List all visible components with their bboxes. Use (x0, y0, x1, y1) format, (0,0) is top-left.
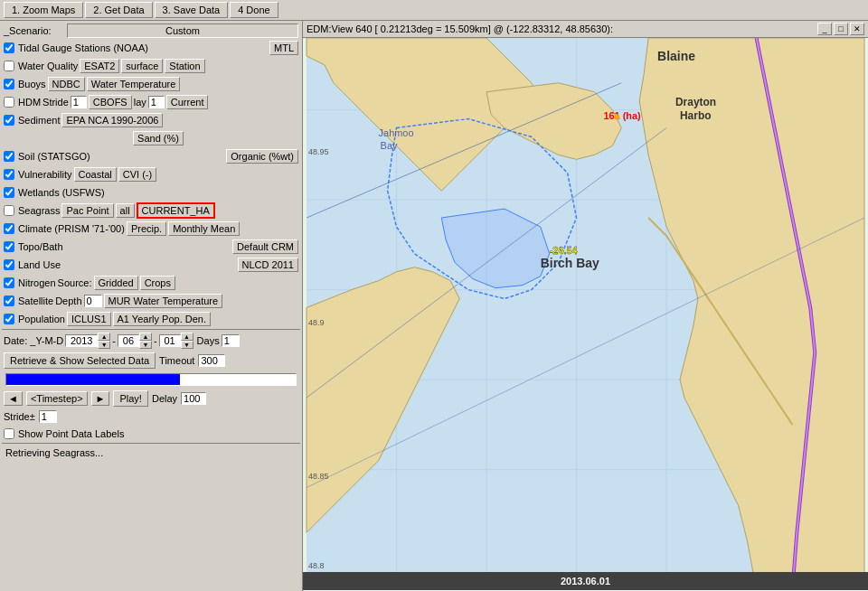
sediment-epa-btn[interactable]: EPA NCA 1990-2006 (61, 113, 163, 127)
hdm-checkbox[interactable] (4, 97, 14, 108)
play-btn[interactable]: Play! (113, 390, 147, 407)
soil-label: Soil (STATSGO) (18, 151, 90, 162)
month-down-btn[interactable]: ▼ (139, 341, 152, 349)
seagrass-checkbox[interactable] (4, 205, 14, 216)
show-labels-checkbox[interactable] (4, 428, 14, 439)
buoys-watertemp-btn[interactable]: Water Temperature (87, 77, 181, 91)
year-up-btn[interactable]: ▲ (98, 333, 110, 341)
year-down-btn[interactable]: ▼ (98, 341, 110, 349)
save-data-btn[interactable]: 3. Save Data (155, 2, 229, 18)
hdm-lay-label: lay (134, 97, 146, 108)
month-spinner-btns: ▲ ▼ (139, 333, 152, 349)
svg-text:Birch Bay: Birch Bay (541, 256, 599, 270)
delay-input[interactable]: 100 (181, 392, 206, 405)
climate-monthly-btn[interactable]: Monthly Mean (168, 221, 240, 236)
month-input[interactable]: 06 (118, 334, 139, 347)
svg-point-26 (614, 115, 619, 120)
climate-precip-btn[interactable]: Precip. (127, 221, 166, 236)
prev-btn[interactable]: ◄ (4, 391, 23, 406)
year-spinner-btns: ▲ ▼ (98, 333, 110, 349)
land-use-nlcd-btn[interactable]: NLCD 2011 (238, 258, 298, 272)
climate-label: Climate (PRISM '71-'00) (18, 223, 125, 234)
sediment-checkbox[interactable] (4, 115, 14, 126)
seagrass-label: Seagrass (18, 205, 60, 216)
month-up-btn[interactable]: ▲ (139, 333, 152, 341)
stride-row: Stride± 1 (2, 408, 300, 425)
date-sep2: - (154, 335, 157, 346)
nitrogen-gridded-btn[interactable]: Gridded (94, 276, 138, 290)
wetlands-row: Wetlands (USFWS) (2, 183, 300, 202)
day-up-btn[interactable]: ▲ (181, 333, 193, 341)
days-input[interactable]: 1 (222, 334, 240, 347)
retrieve-btn[interactable]: Retrieve & Show Selected Data (4, 352, 156, 369)
water-quality-label: Water Quality (18, 61, 78, 71)
next-btn[interactable]: ► (91, 391, 110, 406)
vulnerability-row: Vulnerability Coastal CVI (-) (2, 165, 300, 183)
map-close-btn[interactable]: ✕ (850, 23, 864, 35)
map-minimize-btn[interactable]: _ (817, 23, 832, 35)
seagrass-all-btn[interactable]: all (116, 203, 135, 218)
vulnerability-cvi-btn[interactable]: CVI (-) (118, 167, 156, 182)
progress-bar (6, 374, 180, 385)
map-maximize-btn[interactable]: □ (834, 23, 848, 35)
svg-text:Bay: Bay (381, 140, 398, 151)
buoys-ndbc-btn[interactable]: NDBC (48, 77, 85, 91)
water-quality-station-btn[interactable]: Station (165, 59, 204, 73)
svg-text:48.8: 48.8 (308, 561, 324, 570)
svg-text:48.95: 48.95 (308, 147, 328, 156)
year-input[interactable]: 2013 (65, 334, 98, 347)
water-quality-surface-btn[interactable]: surface (121, 59, 163, 73)
satellite-label: Satellite (18, 296, 53, 306)
done-btn[interactable]: 4 Done (230, 2, 278, 18)
map-area[interactable]: Blaine Drayton Harbo Jahmoo Bay Birch Ba… (303, 38, 868, 590)
vulnerability-checkbox[interactable] (4, 169, 14, 180)
population-a1-btn[interactable]: A1 Yearly Pop. Den. (113, 312, 211, 326)
population-label: Population (18, 314, 65, 324)
tidal-gauge-mtl-btn[interactable]: MTL (269, 41, 298, 55)
satellite-depth-input[interactable]: 0 (84, 295, 102, 307)
satellite-checkbox[interactable] (4, 296, 14, 306)
vulnerability-coastal-btn[interactable]: Coastal (74, 167, 117, 182)
day-down-btn[interactable]: ▼ (181, 341, 193, 349)
show-labels-row: Show Point Data Labels (2, 425, 300, 443)
nitrogen-checkbox[interactable] (4, 277, 14, 288)
water-quality-esat2-btn[interactable]: ESAT2 (80, 59, 119, 73)
main-container: _Scenario: Custom Tidal Gauge Stations (… (0, 21, 868, 591)
topobath-checkbox[interactable] (4, 241, 14, 252)
wetlands-label: Wetlands (USFWS) (18, 187, 105, 198)
hdm-lay-input[interactable]: 1 (148, 96, 165, 108)
population-checkbox[interactable] (4, 314, 14, 324)
hdm-current-btn[interactable]: Current (166, 95, 209, 109)
buoys-checkbox[interactable] (4, 79, 14, 89)
population-iclus-btn[interactable]: ICLUS1 (67, 312, 111, 326)
get-data-btn[interactable]: 2. Get Data (85, 2, 152, 18)
seagrass-current-ha-btn[interactable]: CURRENT_HA (137, 202, 215, 219)
climate-checkbox[interactable] (4, 223, 14, 234)
water-quality-checkbox[interactable] (4, 61, 14, 71)
timestamp-bar: 2013.06.01 (303, 572, 868, 590)
topobath-crm-btn[interactable]: Default CRM (232, 239, 298, 254)
nitrogen-crops-btn[interactable]: Crops (140, 276, 175, 290)
land-use-checkbox[interactable] (4, 259, 14, 270)
stride-label: Stride± (4, 411, 35, 422)
satellite-mur-btn[interactable]: MUR Water Temperature (104, 294, 223, 308)
day-input[interactable]: 01 (159, 334, 181, 347)
zoom-maps-btn[interactable]: 1. Zoom Maps (4, 2, 83, 18)
soil-organic-btn[interactable]: Organic (%wt) (226, 149, 298, 164)
seagrass-row: Seagrass Pac Point all CURRENT_HA (2, 202, 300, 220)
timestep-btn[interactable]: <Timestep> (26, 391, 88, 406)
soil-checkbox[interactable] (4, 151, 14, 162)
tidal-gauge-label: Tidal Gauge Stations (NOAA) (18, 42, 148, 53)
timeout-input[interactable]: 300 (198, 354, 225, 367)
tidal-gauge-checkbox[interactable] (4, 42, 14, 53)
hdm-stride-input[interactable]: 1 (71, 96, 87, 108)
svg-text:Harbo: Harbo (680, 109, 712, 122)
progress-bar-container (5, 373, 297, 386)
wetlands-checkbox[interactable] (4, 187, 14, 198)
tidal-gauge-row: Tidal Gauge Stations (NOAA) MTL (2, 39, 300, 57)
stride-input[interactable]: 1 (39, 410, 57, 423)
hdm-cbofs-btn[interactable]: CBOFS (89, 95, 132, 109)
sediment-sand-btn[interactable]: Sand (%) (133, 131, 184, 145)
soil-row: Soil (STATSGO) Organic (%wt) (2, 147, 300, 165)
seagrass-pac-btn[interactable]: Pac Point (61, 203, 113, 218)
